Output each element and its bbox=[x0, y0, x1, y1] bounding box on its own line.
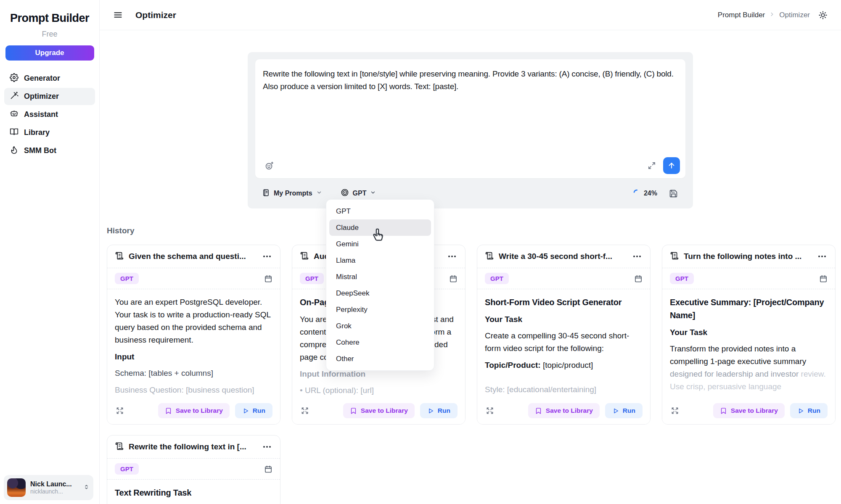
composer-toolbar: My Prompts GPT 24% bbox=[255, 178, 685, 208]
model-option-perplexity[interactable]: Perplexity bbox=[329, 301, 431, 318]
book-icon bbox=[10, 127, 19, 138]
calendar-icon[interactable] bbox=[634, 274, 643, 283]
more-menu-icon[interactable] bbox=[632, 254, 643, 259]
save-to-library-button[interactable]: Save to Library bbox=[528, 403, 600, 418]
card-text: Transform the provided notes into a comp… bbox=[670, 344, 806, 366]
chevron-down-icon bbox=[316, 190, 322, 197]
save-icon[interactable] bbox=[668, 188, 679, 199]
model-dropdown-menu: GPT Claude Gemini Llama Mistral DeepSeek… bbox=[326, 199, 434, 371]
more-menu-icon[interactable] bbox=[262, 254, 272, 259]
upgrade-button[interactable]: Upgrade bbox=[5, 45, 94, 61]
user-profile[interactable]: Nick Launc... nicklaunch... bbox=[4, 475, 93, 500]
more-menu-icon[interactable] bbox=[262, 444, 272, 449]
calendar-icon[interactable] bbox=[819, 274, 828, 283]
history-heading: History bbox=[107, 226, 841, 235]
usage-indicator: 24% bbox=[632, 189, 657, 198]
model-option-grok[interactable]: Grok bbox=[329, 318, 431, 334]
scroll-icon bbox=[300, 251, 309, 262]
history-card: Write a 30-45 second short-f... GPT Shor… bbox=[477, 245, 651, 425]
model-option-llama[interactable]: Llama bbox=[329, 252, 431, 269]
card-title: Write a 30-45 second short-f... bbox=[499, 252, 627, 261]
gear-icon bbox=[10, 73, 19, 84]
run-button[interactable]: Run bbox=[605, 403, 643, 418]
chevron-up-down-icon bbox=[83, 483, 90, 492]
usage-arc-icon bbox=[632, 189, 640, 198]
sidebar-item-optimizer[interactable]: Optimizer bbox=[4, 88, 95, 105]
card-title: Rewrite the following text in [... bbox=[129, 442, 257, 451]
model-option-gpt[interactable]: GPT bbox=[329, 203, 431, 219]
card-section-heading: Your Task bbox=[670, 326, 828, 339]
prompt-text-input[interactable]: Rewrite the following text in [tone/styl… bbox=[263, 68, 678, 93]
save-to-library-label: Save to Library bbox=[546, 407, 593, 414]
app-window: Prompt Builder Free Upgrade Generator Op… bbox=[0, 0, 841, 504]
run-label: Run bbox=[438, 407, 450, 414]
journal-icon bbox=[262, 189, 270, 198]
menu-toggle-button[interactable] bbox=[111, 8, 124, 21]
save-to-library-button[interactable]: Save to Library bbox=[158, 403, 230, 418]
my-prompts-dropdown[interactable]: My Prompts bbox=[262, 189, 322, 198]
composer-panel: Rewrite the following text in [tone/styl… bbox=[248, 52, 693, 208]
sidebar-item-smm-bot[interactable]: SMM Bot bbox=[4, 142, 95, 159]
expand-card-icon[interactable] bbox=[670, 406, 680, 416]
send-button[interactable] bbox=[663, 157, 680, 174]
save-to-library-button[interactable]: Save to Library bbox=[343, 403, 415, 418]
prompt-input-card: Rewrite the following text in [tone/styl… bbox=[255, 59, 685, 178]
breadcrumb: Prompt Builder Optimizer bbox=[718, 11, 810, 19]
card-text-faded: • URL (optional): [url] bbox=[300, 384, 458, 397]
hand-cursor-icon bbox=[370, 227, 388, 246]
card-section-heading: Input bbox=[115, 351, 272, 363]
scroll-icon bbox=[115, 442, 124, 452]
card-body: Executive Summary: [Project/Company Name… bbox=[662, 289, 835, 398]
chevron-down-icon bbox=[370, 190, 376, 197]
model-badge: GPT bbox=[300, 273, 324, 284]
run-button[interactable]: Run bbox=[235, 403, 272, 418]
card-body: Text Rewriting Task You are an expert co… bbox=[107, 480, 280, 504]
more-menu-icon[interactable] bbox=[447, 254, 458, 259]
top-header: Optimizer Prompt Builder Optimizer bbox=[100, 0, 841, 30]
run-label: Run bbox=[808, 407, 820, 414]
sidebar-item-label: Optimizer bbox=[24, 92, 59, 101]
model-option-mistral[interactable]: Mistral bbox=[329, 269, 431, 285]
emoji-button[interactable] bbox=[264, 160, 275, 172]
plan-label: Free bbox=[0, 30, 99, 39]
profile-handle: nicklaunch... bbox=[30, 488, 78, 495]
expand-input-icon[interactable] bbox=[647, 161, 657, 171]
sidebar-item-assistant[interactable]: Assistant bbox=[4, 106, 95, 123]
save-to-library-label: Save to Library bbox=[176, 407, 223, 414]
calendar-icon[interactable] bbox=[449, 274, 458, 283]
expand-card-icon[interactable] bbox=[485, 406, 495, 416]
card-heading: Executive Summary: [Project/Company Name… bbox=[670, 296, 828, 322]
save-to-library-button[interactable]: Save to Library bbox=[713, 403, 785, 418]
sidebar-item-generator[interactable]: Generator bbox=[4, 70, 95, 87]
run-label: Run bbox=[623, 407, 635, 414]
expand-card-icon[interactable] bbox=[115, 406, 125, 416]
sidebar-item-label: SMM Bot bbox=[24, 146, 56, 155]
model-option-cohere[interactable]: Cohere bbox=[329, 334, 431, 351]
field-value: [topic/product] bbox=[543, 361, 593, 369]
breadcrumb-parent[interactable]: Prompt Builder bbox=[718, 11, 765, 19]
target-icon bbox=[341, 188, 349, 198]
run-button[interactable]: Run bbox=[420, 403, 458, 418]
scroll-icon bbox=[485, 251, 494, 262]
model-dropdown-trigger[interactable]: GPT bbox=[341, 188, 376, 198]
card-heading: Text Rewriting Task bbox=[115, 486, 272, 499]
theme-toggle-button[interactable] bbox=[817, 9, 829, 21]
card-text-faded: Business Question: [business question] bbox=[115, 384, 272, 396]
more-menu-icon[interactable] bbox=[817, 254, 828, 259]
my-prompts-label: My Prompts bbox=[274, 190, 312, 197]
model-badge: GPT bbox=[670, 273, 694, 284]
breadcrumb-current: Optimizer bbox=[779, 11, 810, 19]
avatar bbox=[7, 478, 26, 497]
calendar-icon[interactable] bbox=[264, 274, 272, 283]
model-option-other[interactable]: Other bbox=[329, 351, 431, 367]
usage-percent: 24% bbox=[644, 190, 657, 197]
calendar-icon[interactable] bbox=[264, 465, 272, 473]
card-text: Transform the provided notes into a comp… bbox=[670, 343, 828, 393]
run-button[interactable]: Run bbox=[790, 403, 828, 418]
model-badge: GPT bbox=[485, 273, 509, 284]
expand-card-icon[interactable] bbox=[300, 406, 310, 416]
model-option-deepseek[interactable]: DeepSeek bbox=[329, 285, 431, 301]
sidebar-item-library[interactable]: Library bbox=[4, 124, 95, 141]
app-title: Prompt Builder bbox=[0, 12, 99, 25]
model-badge: GPT bbox=[115, 273, 139, 284]
